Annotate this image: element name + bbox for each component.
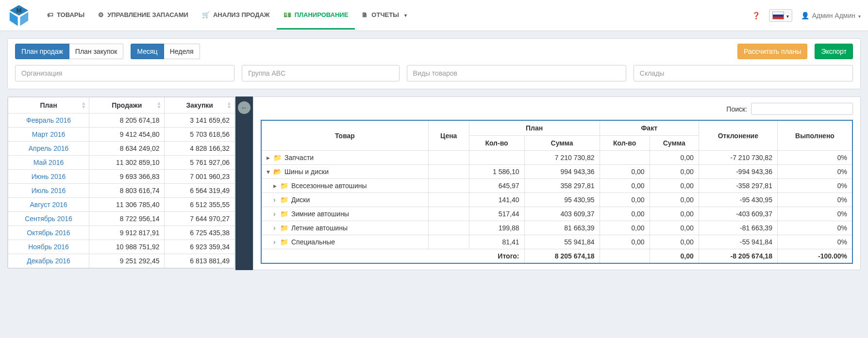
folder-icon: 📁 — [280, 224, 288, 232]
nav-sales-analysis[interactable]: 🛒 АНАЛИЗ ПРОДАЖ — [195, 1, 277, 30]
table-row: ›📁Специальные81,4155 941,840,000,00-55 9… — [261, 235, 852, 249]
plan-purchases-button[interactable]: План закупок — [69, 44, 124, 59]
tree-toggle-icon[interactable]: › — [273, 224, 278, 232]
total-fact-sum: 0,00 — [650, 249, 699, 264]
plan-link[interactable]: Март 2016 — [8, 128, 89, 142]
product-cell[interactable]: ▾📂Шины и диски — [261, 165, 428, 179]
product-name: Запчасти — [284, 154, 314, 161]
tree-toggle-icon[interactable]: › — [273, 196, 278, 204]
col-product: Товар — [261, 120, 428, 151]
sales-cell: 8 803 616,74 — [89, 184, 165, 198]
table-row: Декабрь 20169 251 292,456 813 881,49 — [8, 254, 235, 268]
chevron-down-icon — [404, 11, 407, 18]
period-week-button[interactable]: Неделя — [164, 44, 200, 59]
plan-link[interactable]: Май 2016 — [8, 156, 89, 170]
warehouses-input[interactable] — [634, 65, 853, 81]
col-purchases[interactable]: Закупки▲▼ — [165, 97, 235, 113]
table-row: ▸📁Всесезонные автошины645,97358 297,810,… — [261, 179, 852, 193]
search-input[interactable] — [751, 103, 853, 115]
sales-cell: 8 205 674,18 — [89, 113, 165, 128]
organization-input[interactable] — [15, 65, 234, 81]
fact-sum-cell: 0,00 — [650, 151, 699, 165]
purchases-cell: 5 761 927,06 — [165, 156, 235, 170]
plan-link[interactable]: Октябрь 2016 — [8, 226, 89, 240]
sort-icon: ▲▼ — [157, 101, 162, 109]
nav-planning[interactable]: 💵 ПЛАНИРОВАНИЕ — [277, 1, 355, 30]
nav-products[interactable]: 🏷 ТОВАРЫ — [40, 1, 91, 30]
deviation-cell: -95 430,95 — [699, 193, 777, 207]
purchases-cell: 6 725 435,38 — [165, 226, 235, 240]
product-name: Специальные — [291, 238, 335, 246]
table-row: Ноябрь 201610 988 751,926 923 359,34 — [8, 240, 235, 254]
nav-label: УПРАВЛЕНИЕ ЗАПАСАМИ — [107, 11, 188, 18]
purchases-cell: 6 923 359,34 — [165, 240, 235, 254]
product-name: Диски — [291, 196, 310, 204]
plan-link[interactable]: Декабрь 2016 — [8, 254, 89, 268]
cart-icon: 🛒 — [202, 11, 210, 18]
col-sales[interactable]: Продажи▲▼ — [89, 97, 165, 113]
navbar: M 🏷 ТОВАРЫ ⚙ УПРАВЛЕНИЕ ЗАПАСАМИ 🛒 АНАЛИ… — [0, 0, 868, 31]
filter-panel: План продаж План закупок Месяц Неделя Ра… — [7, 38, 861, 89]
nav-reports[interactable]: 🗎 ОТЧЕТЫ — [355, 1, 414, 30]
user-menu[interactable]: 👤 Админ Админ — [801, 12, 861, 19]
export-button[interactable]: Экспорт — [815, 44, 853, 59]
table-row: Июнь 20169 693 366,837 001 960,23 — [8, 170, 235, 184]
plan-link[interactable]: Июнь 2016 — [8, 170, 89, 184]
plan-link[interactable]: Февраль 2016 — [8, 113, 89, 128]
product-cell[interactable]: ›📁Специальные — [261, 235, 428, 249]
table-row: ›📁Зимние автошины517,44403 609,370,000,0… — [261, 207, 852, 221]
search-label: Поиск: — [726, 105, 747, 113]
tree-toggle-icon[interactable]: ▸ — [273, 182, 278, 190]
plan-qty-cell — [469, 151, 524, 165]
tree-toggle-icon[interactable]: › — [273, 238, 278, 246]
period-toggle: Месяц Неделя — [131, 44, 200, 59]
abc-group-input[interactable] — [242, 65, 399, 81]
col-fact: Факт — [600, 120, 699, 136]
language-selector[interactable] — [769, 9, 792, 22]
product-cell[interactable]: ›📁Летние автошины — [261, 221, 428, 235]
product-cell[interactable]: ›📁Зимние автошины — [261, 207, 428, 221]
help-icon[interactable]: ❓ — [752, 12, 760, 19]
product-cell[interactable]: ▸📁Запчасти — [261, 151, 428, 165]
table-row: Февраль 20168 205 674,183 141 659,62 — [8, 113, 235, 128]
plan-sum-cell: 95 430,95 — [524, 193, 600, 207]
panel-divider: ← — [235, 97, 253, 270]
plan-link[interactable]: Июль 2016 — [8, 184, 89, 198]
plans-table: План▲▼ Продажи▲▼ Закупки▲▼ Февраль 20168… — [8, 97, 235, 268]
folder-icon: 📂 — [273, 168, 282, 176]
product-cell[interactable]: ›📁Диски — [261, 193, 428, 207]
table-row: Июль 20168 803 616,746 564 319,49 — [8, 184, 235, 198]
file-icon: 🗎 — [362, 11, 368, 18]
fact-sum-cell: 0,00 — [650, 235, 699, 249]
folder-icon: 📁 — [280, 182, 288, 190]
col-plan[interactable]: План▲▼ — [8, 97, 89, 113]
tree-toggle-icon[interactable]: › — [273, 210, 278, 218]
folder-icon: 📁 — [280, 238, 288, 246]
tree-toggle-icon[interactable]: ▸ — [267, 154, 271, 161]
col-fact-qty: Кол-во — [600, 136, 650, 151]
filter-top-row: План продаж План закупок Месяц Неделя Ра… — [15, 44, 853, 59]
calculate-plans-button[interactable]: Рассчитать планы — [737, 44, 807, 59]
col-done: Выполнено — [777, 120, 852, 151]
product-name: Зимние автошины — [291, 210, 349, 218]
plan-qty-cell: 81,41 — [469, 235, 524, 249]
tree-toggle-icon[interactable]: ▾ — [267, 168, 271, 176]
product-types-input[interactable] — [407, 65, 626, 81]
plan-link[interactable]: Сентябрь 2016 — [8, 212, 89, 226]
deviation-cell: -55 941,84 — [699, 235, 777, 249]
plan-sales-button[interactable]: План продаж — [15, 44, 69, 59]
plan-link[interactable]: Август 2016 — [8, 198, 89, 212]
table-row: Март 20169 412 454,805 703 618,56 — [8, 128, 235, 142]
tags-icon: 🏷 — [47, 11, 53, 18]
plan-qty-cell: 645,97 — [469, 179, 524, 193]
app-logo[interactable]: M — [7, 4, 31, 27]
plan-link[interactable]: Апрель 2016 — [8, 142, 89, 156]
price-cell — [428, 235, 469, 249]
period-month-button[interactable]: Месяц — [131, 44, 164, 59]
plan-link[interactable]: Ноябрь 2016 — [8, 240, 89, 254]
product-cell[interactable]: ▸📁Всесезонные автошины — [261, 179, 428, 193]
nav-inventory[interactable]: ⚙ УПРАВЛЕНИЕ ЗАПАСАМИ — [91, 1, 195, 30]
total-row: Итого:8 205 674,180,00-8 205 674,18-100.… — [261, 249, 852, 264]
collapse-left-button[interactable]: ← — [238, 101, 250, 114]
table-row: ›📁Диски141,4095 430,950,000,00-95 430,95… — [261, 193, 852, 207]
